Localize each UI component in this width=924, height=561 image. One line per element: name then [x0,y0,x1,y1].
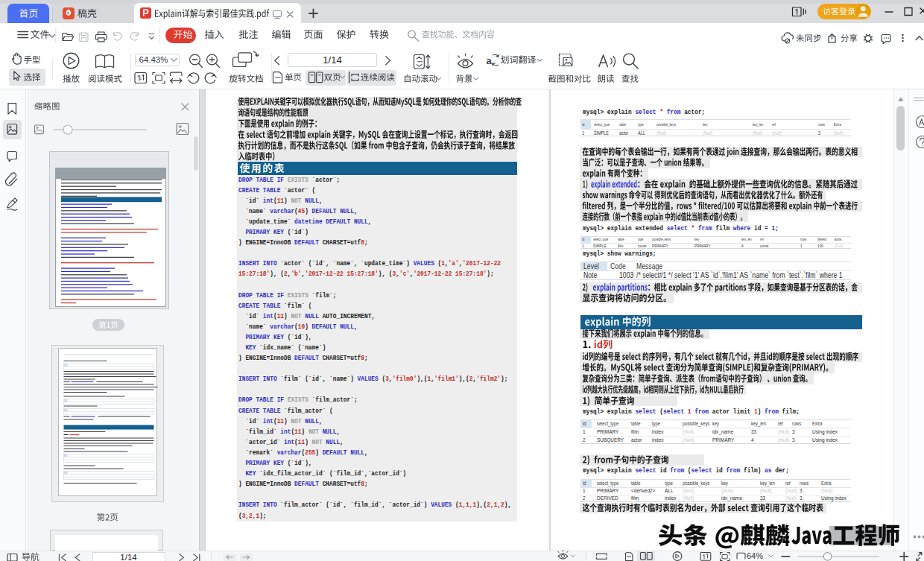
svg-text:a: a [487,55,493,66]
